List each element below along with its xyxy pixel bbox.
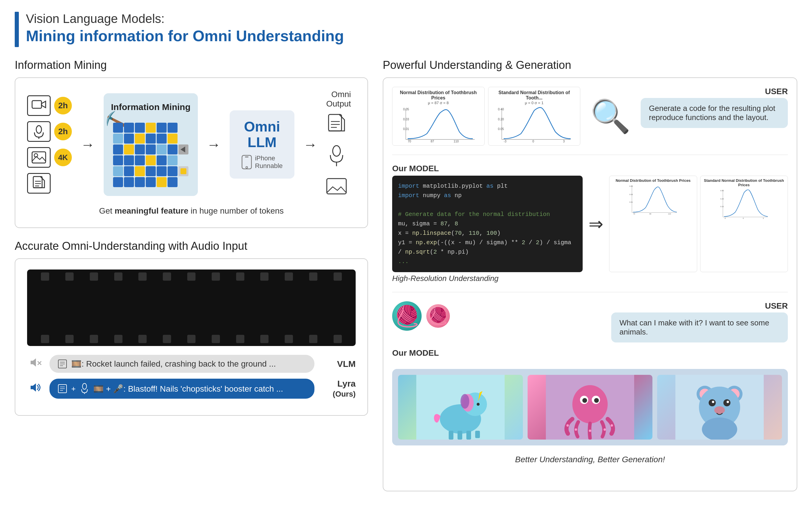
user-label-2: USER	[765, 301, 788, 311]
film-hole	[65, 335, 74, 343]
input-charts: Normal Distribution of Toothbrush Prices…	[392, 87, 580, 146]
output-charts: Normal Distribution of Toothbrush Prices…	[609, 176, 788, 272]
image-icon	[27, 147, 51, 168]
bear-svg	[657, 375, 782, 440]
svg-text:0.03: 0.03	[629, 194, 633, 195]
svg-rect-12	[245, 157, 249, 158]
grid-cell	[167, 134, 177, 144]
output-chart2-svg: 0.40 0.25 0.10 -3 0 3	[703, 187, 785, 219]
output-label: OmniOutput	[326, 90, 351, 109]
audio-section-title: Accurate Omni-Understanding with Audio I…	[15, 240, 368, 252]
grid-cell	[146, 144, 156, 155]
yarn-teal: 🧶	[392, 301, 422, 331]
audio-badge: 2h	[54, 123, 72, 140]
svg-text:3: 3	[563, 140, 565, 143]
svg-text:0.05: 0.05	[629, 185, 633, 187]
film-hole	[309, 272, 317, 281]
film-hole	[285, 272, 293, 281]
code-line: import	[398, 192, 419, 199]
svg-point-18	[333, 146, 340, 156]
output-chart-1: Normal Distribution of Toothbrush Prices…	[609, 176, 697, 272]
filmstrip	[27, 270, 356, 346]
output-chart1-title: Normal Distribution of Toothbrush Prices	[612, 178, 694, 183]
svg-rect-14	[329, 114, 342, 131]
svg-text:0.20: 0.20	[498, 118, 504, 121]
film-hole	[212, 272, 220, 281]
header: Vision Language Models: Mining informati…	[15, 12, 797, 47]
second-user-row: 🧶 🧶 USER What can I make with it? I want…	[392, 301, 788, 342]
video-icon	[27, 95, 51, 116]
grid-cell	[178, 134, 188, 144]
vlm-transcript-text: 🎞️: Rocket launch failed, crashing back …	[71, 359, 276, 369]
output-icon-doc	[326, 113, 347, 138]
grid-cell	[157, 166, 167, 176]
grid-cell	[157, 177, 167, 187]
filmstrip-holes-bottom	[27, 335, 356, 343]
grid-cell	[157, 134, 167, 144]
grid-yellow-cell	[178, 166, 188, 176]
grid-cell	[113, 123, 123, 133]
grid-cell	[178, 123, 188, 133]
svg-text:0: 0	[743, 217, 744, 219]
yarn-pink: 🧶	[426, 304, 450, 328]
chart1-title: Normal Distribution of Toothbrush Prices	[395, 90, 481, 101]
grid-cell	[124, 123, 134, 133]
film-hole	[333, 335, 342, 343]
svg-text:87: 87	[431, 140, 434, 143]
user-section-1: USER Generate a code for the resulting p…	[641, 87, 788, 128]
mining-panel-title: Information Mining	[111, 102, 191, 112]
grid-cell	[135, 144, 145, 155]
lyra-label: Lyra(Ours)	[320, 379, 356, 399]
svg-point-90	[604, 429, 606, 431]
svg-text:0.01: 0.01	[403, 127, 409, 131]
code-block: import matplotlib.pyplot as plt import n…	[392, 176, 583, 272]
code-line: mu, sigma = 87, 8	[398, 220, 458, 227]
grid-cell	[167, 155, 177, 165]
grid-cell	[135, 166, 145, 176]
output-section: OmniOutput	[326, 90, 351, 199]
grid-arrow-cell	[178, 144, 188, 155]
film-hole	[114, 272, 123, 281]
svg-marker-29	[31, 383, 36, 392]
svg-marker-22	[31, 359, 36, 367]
input-row-audio: 2h	[27, 121, 72, 142]
video-badge: 2h	[54, 97, 72, 114]
user-label-1: USER	[765, 87, 788, 96]
doc-icon	[27, 173, 51, 194]
grid-cell	[113, 166, 123, 176]
grid-cell	[124, 177, 134, 187]
svg-marker-1	[41, 101, 45, 108]
code-line: # Generate data for the normal distribut…	[398, 211, 550, 218]
svg-point-102	[714, 406, 725, 414]
film-hole	[187, 272, 195, 281]
film-hole	[187, 335, 195, 343]
iphone-text: iPhoneRunnable	[255, 155, 283, 170]
film-frames	[27, 270, 46, 346]
code-line: import	[398, 183, 419, 190]
film-hole	[90, 335, 98, 343]
grid-cell	[124, 155, 134, 165]
model-label-2: Our MODEL	[392, 348, 788, 358]
grid-cell	[146, 177, 156, 187]
grid-cell	[135, 155, 145, 165]
code-line: as	[444, 192, 451, 199]
film-hole	[114, 335, 123, 343]
svg-rect-20	[327, 179, 346, 194]
svg-text:-3: -3	[504, 140, 506, 143]
grid-cell	[135, 177, 145, 187]
film-hole	[212, 335, 220, 343]
chart2-subtitle: μ = 0 σ = 1	[491, 101, 577, 105]
code-and-charts: import matplotlib.pyplot as plt import n…	[392, 176, 788, 272]
code-line: as	[486, 183, 493, 190]
gen-images-section	[392, 369, 788, 445]
mining-panel: Information Mining ⛏️	[104, 93, 198, 196]
vlm-label: VLM	[320, 359, 356, 369]
grid-cell	[113, 144, 123, 155]
grid-cell	[167, 123, 177, 133]
code-line: x = np.linspace(70, 110, 100)	[398, 230, 500, 237]
grid-cell	[124, 166, 134, 176]
output-icon-mic	[326, 144, 347, 172]
grid-cell	[135, 134, 145, 144]
svg-point-98	[709, 399, 716, 406]
audio-section: Accurate Omni-Understanding with Audio I…	[15, 240, 368, 416]
